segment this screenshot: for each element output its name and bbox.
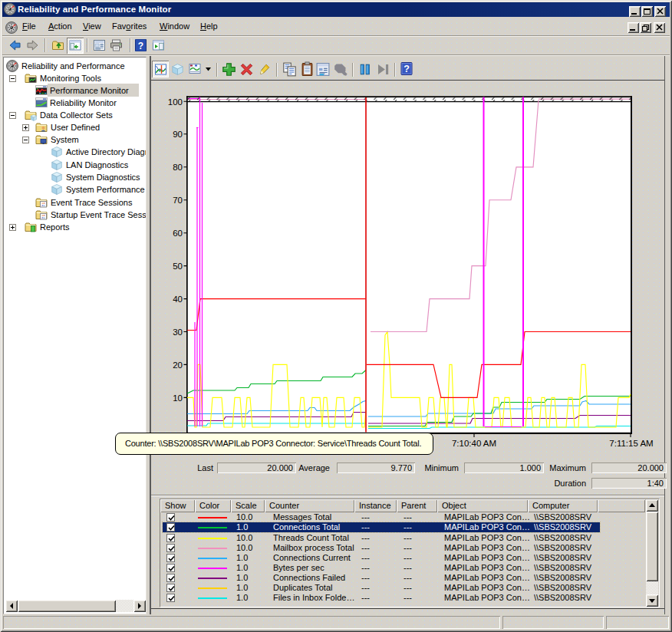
svg-text:90: 90 xyxy=(173,130,183,139)
svg-text:01: 01 xyxy=(41,204,44,207)
svg-text:50: 50 xyxy=(173,262,183,271)
svg-text:80: 80 xyxy=(173,163,183,172)
svg-text:60: 60 xyxy=(173,229,183,238)
svg-text:20: 20 xyxy=(173,360,183,370)
svg-text:40: 40 xyxy=(173,295,183,304)
svg-text:100: 100 xyxy=(168,97,183,107)
svg-text:?: ? xyxy=(404,64,410,74)
svg-text:10: 10 xyxy=(173,393,183,403)
svg-text:7:11:15 AM: 7:11:15 AM xyxy=(609,439,653,448)
svg-text:01: 01 xyxy=(41,216,44,219)
svg-text:7:10:40 AM: 7:10:40 AM xyxy=(452,439,496,448)
svg-text:70: 70 xyxy=(173,196,183,205)
svg-text:30: 30 xyxy=(173,328,183,337)
